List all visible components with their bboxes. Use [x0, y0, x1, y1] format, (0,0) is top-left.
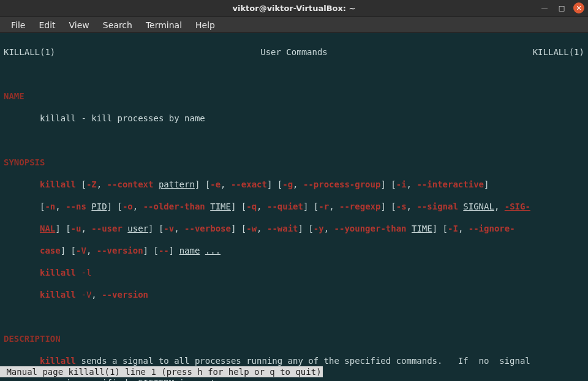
man-header: KILLALL(1)User CommandsKILLALL(1) [4, 47, 584, 58]
menu-search[interactable]: Search [97, 18, 138, 32]
menubar: File Edit View Search Terminal Help [0, 17, 588, 33]
man-status-line: Manual page killall(1) line 1 (press h f… [0, 366, 323, 377]
blank-line [4, 135, 584, 146]
man-header-left: KILLALL(1) [4, 47, 55, 58]
minimize-button[interactable]: — [539, 2, 550, 13]
section-synopsis: SYNOPSIS [4, 157, 45, 167]
synopsis-line-3: NAL] [-u, --user user] [-v, --verbose] [… [4, 223, 584, 234]
menu-view[interactable]: View [63, 18, 96, 32]
desc-p1a: killall sends a signal to all processes … [4, 355, 584, 366]
desc-p1b: name is specified, SIGTERM is sent. [4, 377, 584, 381]
section-description: DESCRIPTION [4, 334, 61, 344]
menu-file[interactable]: File [5, 18, 31, 32]
menu-edit[interactable]: Edit [32, 18, 61, 32]
window-title: viktor@viktor-VirtualBox: ~ [233, 4, 356, 13]
name-line: killall - kill processes by name [4, 113, 584, 124]
terminal-viewport[interactable]: KILLALL(1)User CommandsKILLALL(1) NAME k… [0, 33, 588, 381]
blank-line [4, 69, 584, 80]
man-header-right: KILLALL(1) [533, 47, 584, 58]
menu-help[interactable]: Help [189, 18, 221, 32]
close-button[interactable]: ✕ [573, 2, 584, 13]
synopsis-line-2: [-n, --ns PID] [-o, --older-than TIME] [… [4, 201, 584, 212]
titlebar: viktor@viktor-VirtualBox: ~ — □ ✕ [0, 0, 588, 17]
blank-line [4, 311, 584, 322]
synopsis-line-5: killall -l [4, 267, 584, 278]
synopsis-line-1: killall [-Z, --context pattern] [-e, --e… [4, 179, 584, 190]
synopsis-line-6: killall -V, --version [4, 289, 584, 300]
man-header-center: User Commands [260, 47, 328, 58]
maximize-button[interactable]: □ [556, 2, 567, 13]
menu-terminal[interactable]: Terminal [140, 18, 188, 32]
section-name: NAME [4, 91, 24, 101]
synopsis-line-4: case] [-V, --version] [--] name ... [4, 245, 584, 256]
window-controls: — □ ✕ [539, 2, 584, 13]
